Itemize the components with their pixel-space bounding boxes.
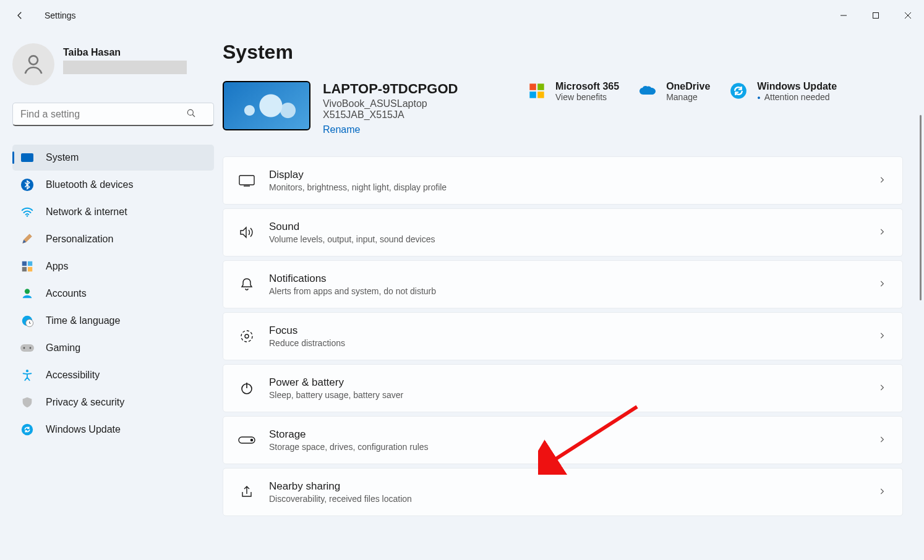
svg-point-2 (29, 56, 38, 64)
device-thumbnail[interactable] (223, 81, 310, 130)
card-nearby-sharing[interactable]: Nearby sharing Discoverability, received… (223, 468, 903, 516)
svg-point-19 (22, 424, 33, 435)
tile-onedrive[interactable]: OneDrive Manage (638, 81, 710, 102)
sidebar-item-accessibility[interactable]: Accessibility (12, 362, 214, 388)
window-controls (828, 0, 924, 31)
paintbrush-icon (20, 232, 35, 247)
page-title: System (223, 41, 909, 64)
card-power-battery[interactable]: Power & battery Sleep, battery usage, ba… (223, 364, 903, 412)
profile-email-redacted (63, 61, 187, 74)
sidebar-item-privacy[interactable]: Privacy & security (12, 389, 214, 415)
chevron-right-icon (878, 176, 888, 185)
sidebar-item-label: Apps (46, 261, 68, 272)
microsoft-365-icon (527, 81, 547, 101)
sidebar-item-gaming[interactable]: Gaming (12, 335, 214, 361)
rename-link[interactable]: Rename (323, 124, 360, 135)
sidebar-item-label: Gaming (46, 342, 80, 354)
card-focus[interactable]: Focus Reduce distractions (223, 312, 903, 360)
sidebar-item-label: Accessibility (46, 370, 100, 381)
svg-point-12 (25, 289, 30, 294)
system-settings-list: Display Monitors, brightness, night ligh… (223, 156, 909, 516)
svg-point-3 (187, 109, 193, 115)
svg-rect-8 (22, 261, 27, 266)
storage-icon (238, 436, 255, 444)
sidebar-item-label: Time & language (46, 315, 120, 326)
windows-update-icon (729, 81, 748, 101)
svg-point-32 (250, 439, 252, 441)
card-notifications[interactable]: Notifications Alerts from apps and syste… (223, 260, 903, 308)
globe-clock-icon (20, 313, 35, 328)
svg-rect-1 (873, 13, 879, 19)
sidebar-item-personalization[interactable]: Personalization (12, 226, 214, 252)
maximize-button[interactable] (860, 0, 892, 31)
tile-label: OneDrive (666, 81, 710, 92)
tile-sub: Manage (666, 92, 710, 102)
device-model: VivoBook_ASUSLaptop X515JAB_X515JA (323, 98, 508, 121)
system-icon (20, 150, 35, 165)
sidebar-item-label: Windows Update (46, 424, 121, 435)
tile-windows-update[interactable]: Windows Update Attention needed (729, 81, 837, 102)
svg-point-7 (27, 215, 28, 217)
svg-rect-5 (21, 153, 33, 162)
tile-sub: Attention needed (757, 92, 837, 102)
card-storage[interactable]: Storage Storage space, drives, configura… (223, 416, 903, 464)
share-icon (238, 485, 255, 499)
main-content: System LAPTOP-9TDCPGOD VivoBook_ASUSLapt… (223, 31, 924, 560)
svg-rect-15 (20, 344, 34, 352)
device-header: LAPTOP-9TDCPGOD VivoBook_ASUSLaptop X515… (223, 81, 909, 135)
search-icon (186, 108, 197, 121)
profile[interactable]: Taiba Hasan (12, 43, 214, 85)
svg-point-18 (26, 370, 28, 372)
tile-microsoft-365[interactable]: Microsoft 365 View benefits (527, 81, 619, 102)
svg-line-4 (192, 114, 195, 117)
back-button[interactable] (14, 9, 26, 22)
bluetooth-icon (20, 177, 35, 192)
svg-point-17 (30, 347, 32, 349)
chevron-right-icon (878, 383, 888, 393)
search-box[interactable] (12, 103, 214, 126)
svg-point-24 (730, 83, 746, 99)
chevron-right-icon (878, 279, 888, 289)
accounts-icon (20, 286, 35, 301)
sidebar-nav: System Bluetooth & devices Network & int… (12, 145, 214, 443)
card-display[interactable]: Display Monitors, brightness, night ligh… (223, 156, 903, 205)
sidebar-item-label: Bluetooth & devices (46, 179, 133, 190)
gamepad-icon (20, 341, 35, 355)
svg-rect-23 (537, 91, 544, 98)
sidebar-item-apps[interactable]: Apps (12, 253, 214, 279)
card-title: Focus (269, 325, 878, 337)
sidebar-item-bluetooth[interactable]: Bluetooth & devices (12, 172, 214, 198)
card-title: Notifications (269, 273, 878, 285)
avatar (12, 43, 54, 85)
sidebar-item-accounts[interactable]: Accounts (12, 281, 214, 307)
svg-point-27 (241, 331, 252, 342)
wifi-icon (20, 205, 35, 219)
card-title: Sound (269, 221, 878, 233)
profile-name: Taiba Hasan (63, 47, 187, 58)
chevron-right-icon (878, 435, 888, 445)
minimize-button[interactable] (828, 0, 860, 31)
sidebar-item-label: Personalization (46, 234, 113, 245)
tile-label: Microsoft 365 (555, 81, 619, 92)
svg-rect-9 (28, 261, 32, 266)
sound-icon (238, 226, 255, 239)
scrollbar-thumb[interactable] (920, 115, 922, 300)
app-title: Settings (45, 11, 76, 20)
search-input[interactable] (12, 103, 214, 126)
card-sub: Sleep, battery usage, battery saver (269, 390, 878, 400)
focus-icon (238, 329, 255, 344)
sidebar-item-time-language[interactable]: Time & language (12, 308, 214, 334)
shield-icon (20, 395, 35, 410)
svg-rect-22 (529, 91, 536, 98)
svg-rect-25 (239, 176, 254, 185)
onedrive-icon (638, 81, 657, 101)
sidebar-item-network[interactable]: Network & internet (12, 199, 214, 225)
scrollbar[interactable] (915, 31, 923, 560)
device-name: LAPTOP-9TDCPGOD (323, 81, 508, 97)
close-button[interactable] (892, 0, 924, 31)
card-sub: Reduce distractions (269, 338, 878, 348)
card-sound[interactable]: Sound Volume levels, output, input, soun… (223, 208, 903, 257)
sidebar-item-system[interactable]: System (12, 145, 214, 171)
card-sub: Monitors, brightness, night light, displ… (269, 182, 878, 192)
sidebar-item-windows-update[interactable]: Windows Update (12, 417, 214, 443)
